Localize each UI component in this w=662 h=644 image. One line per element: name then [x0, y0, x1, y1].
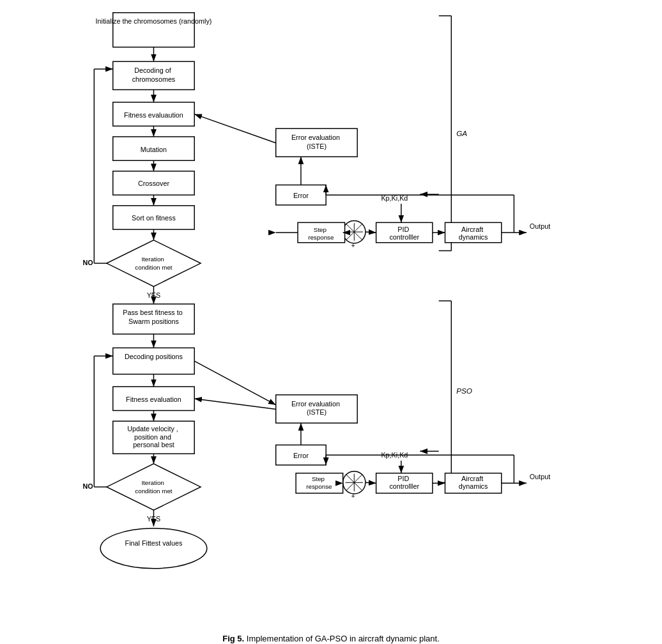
plus-pso: + [351, 492, 355, 500]
svg-rect-43 [113, 348, 194, 374]
fitness-eval-pso-text: Fitness evaluation [126, 395, 181, 403]
aircraft-pso-text: Aircraft dynamics [459, 475, 488, 490]
error-ga-text: Error [293, 192, 309, 199]
fig-text: Implementation of GA-PSO in aircraft dyn… [247, 634, 440, 643]
aircraft-ga-text: Aircraft dynamics [459, 226, 488, 241]
svg-line-76 [194, 361, 275, 405]
decoding-positions-text: Decoding positions [125, 353, 183, 360]
output-pso-text: Output [530, 473, 550, 480]
init-chromosomes-text: Initialize the chromosomes (randomly) [96, 17, 212, 25]
output-ga-text: Output [530, 222, 550, 230]
svg-line-57 [194, 399, 275, 410]
sort-fitness-text: Sort on fitness [132, 214, 176, 222]
update-velocity-text: Update velocity , position and personal … [127, 425, 180, 448]
svg-line-69 [366, 482, 376, 483]
figure-caption: Fig 5. Implementation of GA-PSO in aircr… [6, 634, 656, 643]
svg-line-34 [366, 232, 376, 233]
no-pso-label: NO [82, 482, 93, 490]
diagram-container: Initialize the chromosomes (randomly) De… [0, 0, 662, 644]
ga-label: GA [456, 129, 467, 137]
final-fittest-text: Final Fittest values [125, 539, 183, 547]
error-pso-text: Error [293, 452, 309, 459]
pass-best-text: Pass best fitness to Swarm positions [123, 309, 184, 325]
no-ga-label: NO [82, 259, 93, 266]
crossover-text: Crossover [138, 180, 169, 187]
pso-label: PSO [456, 387, 472, 395]
flowchart-svg: Initialize the chromosomes (randomly) De… [6, 6, 656, 627]
final-fittest-ellipse [100, 528, 207, 569]
fitness-eval-ga-text: Fitness evaluaution [124, 111, 183, 119]
mutation-text: Mutation [141, 146, 167, 153]
plus-ga: + [351, 241, 355, 249]
fig-label: Fig 5. [222, 634, 244, 643]
decoding-chromosomes-text: Decoding of chromosomes [132, 66, 176, 83]
svg-line-22 [194, 114, 275, 143]
